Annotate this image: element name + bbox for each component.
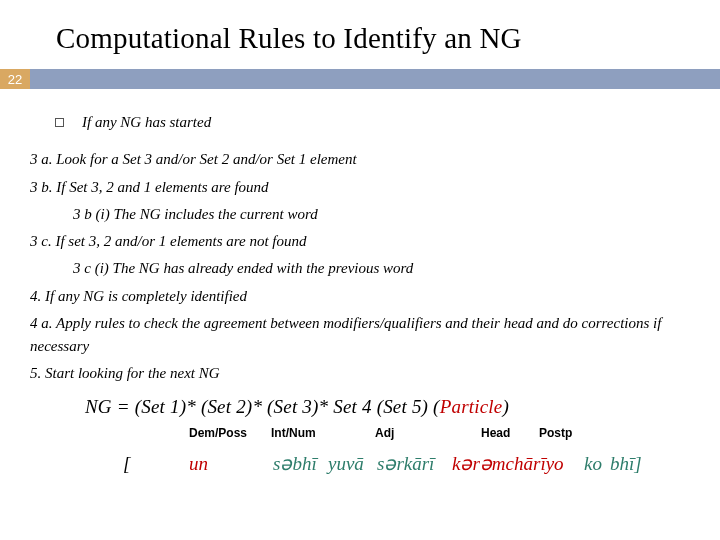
formula-prefix: NG = (Set 1)* (Set 2)* (Set 3)* Set 4 (S…: [85, 396, 440, 417]
example-word-ko: ko: [584, 449, 610, 478]
label-adj: Adj: [375, 424, 481, 443]
bullet-item: If any NG has started: [55, 111, 680, 134]
example-word-yuva: yuvā: [328, 449, 377, 478]
rule-3b: 3 b. If Set 3, 2 and 1 elements are foun…: [30, 176, 680, 199]
rule-3c-i: 3 c (i) The NG has already ended with th…: [73, 257, 680, 280]
example-word-un: un: [189, 449, 273, 478]
rule-3a: 3 a. Look for a Set 3 and/or Set 2 and/o…: [30, 148, 680, 171]
content-area: If any NG has started 3 a. Look for a Se…: [0, 89, 720, 478]
rule-3b-i: 3 b (i) The NG includes the current word: [73, 203, 680, 226]
rule-4: 4. If any NG is completely identified: [30, 285, 680, 308]
label-head: Head: [481, 424, 539, 443]
formula-particle: Particle: [440, 396, 503, 417]
example-word-karamchariyo: kərəmchārīyo: [452, 449, 584, 478]
example-word-sarkari: sərkārī: [377, 449, 452, 478]
example-phrase: [ un səbhī yuvā sərkārī kərəmchārīyo ko …: [123, 449, 680, 478]
rule-5: 5. Start looking for the next NG: [30, 362, 680, 385]
page-number-badge: 22: [0, 69, 30, 89]
ng-formula: NG = (Set 1)* (Set 2)* (Set 3)* Set 4 (S…: [85, 392, 680, 421]
example-word-sabhi: səbhī: [273, 449, 328, 478]
slide-title: Computational Rules to Identify an NG: [0, 0, 720, 69]
header-bar: 22: [0, 69, 720, 89]
label-dem-poss: Dem/Poss: [189, 424, 271, 443]
label-int-num: Int/Num: [271, 424, 375, 443]
bracket-open: [: [123, 449, 189, 478]
square-bullet-icon: [55, 118, 64, 127]
rule-4a: 4 a. Apply rules to check the agreement …: [30, 312, 680, 359]
example-word-bhi: bhī: [610, 449, 634, 478]
accent-bar: [30, 69, 720, 89]
bracket-close: ]: [634, 449, 641, 478]
category-labels: Dem/Poss Int/Num Adj Head Postp: [189, 424, 680, 443]
formula-suffix: ): [502, 396, 509, 417]
bullet-text: If any NG has started: [82, 111, 211, 134]
rule-3c: 3 c. If set 3, 2 and/or 1 elements are n…: [30, 230, 680, 253]
label-postp: Postp: [539, 424, 572, 443]
